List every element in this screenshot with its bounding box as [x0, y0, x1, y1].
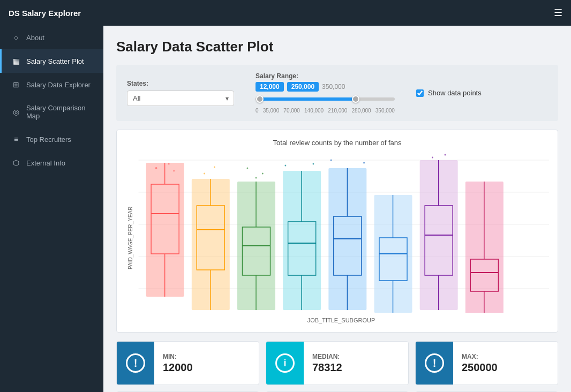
salary-scatter-plot-icon: ▦: [11, 57, 21, 65]
app-header: DS Salary Explorer ☰: [0, 0, 571, 26]
svg-text:50000: 50000: [133, 284, 134, 290]
states-label: States:: [127, 80, 234, 87]
app-title: DS Salary Explorer: [9, 9, 554, 18]
y-axis-label: PAID_WAGE_PER_YEAR: [125, 152, 133, 323]
sidebar: ○ About ▦ Salary Scatter Plot ⊞ Salary D…: [0, 26, 103, 392]
stat-label-min: MIN:: [163, 353, 193, 360]
sidebar-item-about[interactable]: ○ About: [0, 26, 103, 49]
range-slider[interactable]: [256, 94, 395, 104]
stat-value-max: 250000: [462, 361, 498, 374]
stat-card-max: ! MAX: 250000: [415, 341, 558, 385]
salary-min-badge: 12,000: [256, 82, 284, 92]
range-thumb-max[interactable]: [352, 95, 359, 103]
show-data-points-control: Show data points: [416, 89, 482, 97]
svg-point-39: [313, 163, 314, 165]
chart-container: Total review counts by the number of fan…: [116, 130, 558, 333]
top-recruiters-icon: ≡: [11, 135, 21, 144]
sidebar-item-salary-data-explorer[interactable]: ⊞ Salary Data Explorer: [0, 73, 103, 96]
sidebar-item-salary-scatter-plot[interactable]: ▦ Salary Scatter Plot: [0, 49, 103, 73]
stat-icon-max: !: [416, 342, 453, 385]
sidebar-item-label: External Info: [26, 159, 65, 167]
sidebar-item-salary-comparison-map[interactable]: ◎ Salary Comparison Map: [0, 96, 103, 127]
svg-point-16: [168, 163, 170, 165]
svg-text:150000: 150000: [133, 220, 134, 225]
stat-label-median: MEDIAN:: [312, 353, 342, 360]
chart-wrap: PAID_WAGE_PER_YEAR 250000 200000 150000 …: [125, 152, 549, 323]
controls-bar: States: All California New York Texas ▾ …: [116, 65, 558, 121]
stat-card-min: ! MIN: 12000: [116, 341, 259, 385]
svg-point-17: [173, 170, 175, 172]
svg-point-45: [330, 160, 332, 161]
sidebar-item-label: Salary Data Explorer: [26, 81, 91, 89]
sidebar-item-top-recruiters[interactable]: ≡ Top Recruiters: [0, 127, 103, 151]
stat-info-max: MAX: 250000: [453, 346, 506, 380]
chart-inner: 250000 200000 150000 100000 50000: [133, 152, 549, 323]
sidebar-item-label: About: [26, 34, 44, 42]
svg-point-46: [363, 162, 365, 164]
salary-range-label: Salary Range:: [256, 72, 395, 80]
sidebar-item-label: Top Recruiters: [26, 135, 71, 144]
stat-card-median: i MEDIAN: 78312: [266, 341, 409, 385]
salary-data-explorer-icon: ⊞: [11, 80, 21, 89]
range-tick-labels: 0 35,000 70,000 140,000 210,000 280,000 …: [256, 108, 395, 114]
stat-label-max: MAX:: [462, 353, 498, 360]
svg-point-30: [247, 168, 249, 169]
show-data-points-label: Show data points: [428, 89, 482, 97]
salary-range-values: 12,000 250,000 350,000: [256, 82, 395, 92]
svg-point-38: [284, 165, 286, 167]
salary-max-badge: 250,000: [287, 82, 319, 92]
range-track: [256, 97, 395, 101]
svg-text:250000: 250000: [133, 155, 134, 161]
salary-end-label: 350,000: [322, 83, 345, 91]
states-control: States: All California New York Texas ▾: [127, 80, 234, 106]
chart-title: Total review counts by the number of fan…: [125, 139, 549, 147]
scatter-plot-svg: 250000 200000 150000 100000 50000: [133, 152, 549, 313]
stat-value-median: 78312: [312, 361, 342, 374]
stat-icon-min: !: [117, 342, 154, 385]
salary-range-control: Salary Range: 12,000 250,000 350,000 0 3…: [256, 72, 395, 114]
svg-text:200000: 200000: [133, 187, 134, 193]
about-icon: ○: [11, 33, 21, 42]
page-title: Salary Data Scatter Plot: [116, 39, 558, 55]
main-content: Salary Data Scatter Plot States: All Cal…: [103, 26, 571, 392]
svg-point-32: [256, 177, 257, 179]
stats-grid: ! MIN: 12000 i MEDIAN: 78312 ! MAX: 2500…: [116, 341, 558, 392]
svg-point-15: [155, 167, 157, 169]
external-info-icon: ⬡: [11, 159, 21, 167]
hamburger-icon[interactable]: ☰: [554, 7, 562, 19]
show-data-points-checkbox[interactable]: [416, 89, 424, 97]
svg-point-57: [432, 157, 433, 159]
svg-point-31: [262, 173, 264, 175]
sidebar-item-external-info[interactable]: ⬡ External Info: [0, 151, 103, 175]
svg-point-58: [445, 154, 446, 156]
stat-info-min: MIN: 12000: [154, 346, 201, 380]
salary-comparison-map-icon: ◎: [11, 108, 21, 116]
app-body: ○ About ▦ Salary Scatter Plot ⊞ Salary D…: [0, 26, 571, 392]
range-thumb-min[interactable]: [256, 95, 264, 103]
sidebar-item-label: Salary Scatter Plot: [26, 57, 84, 65]
svg-point-24: [214, 167, 215, 168]
range-fill: [260, 97, 356, 101]
stat-info-median: MEDIAN: 78312: [304, 346, 351, 380]
svg-text:100000: 100000: [133, 252, 134, 258]
sidebar-item-label: Salary Comparison Map: [26, 104, 94, 120]
states-select-wrapper: All California New York Texas ▾: [127, 91, 234, 106]
stat-value-min: 12000: [163, 361, 193, 374]
states-dropdown[interactable]: All California New York Texas: [127, 91, 234, 106]
stat-icon-median: i: [266, 342, 304, 385]
x-axis-label: JOB_TITLE_SUBGROUP: [133, 317, 549, 323]
svg-point-23: [204, 173, 205, 175]
